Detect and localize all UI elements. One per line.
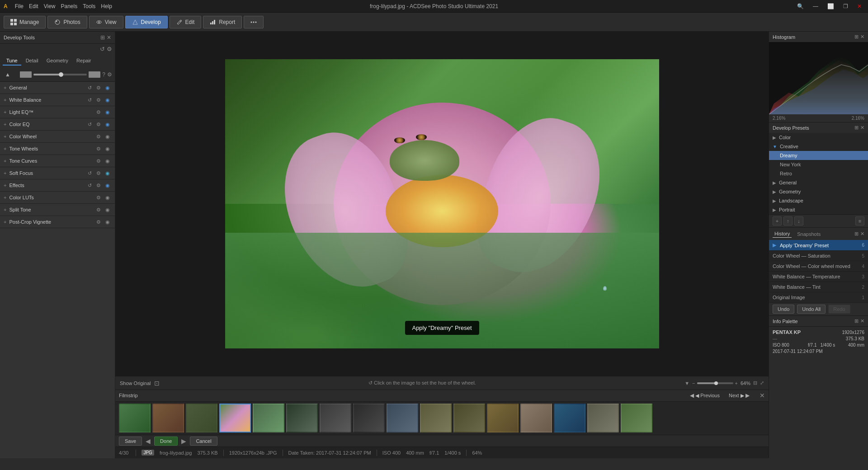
edit-button[interactable]: Edit	[170, 16, 202, 28]
maximize-btn[interactable]: ⬜	[825, 2, 837, 10]
gear-icon[interactable]: ⚙	[95, 84, 102, 91]
toggle-icon[interactable]: ◉	[104, 182, 111, 189]
toggle-icon[interactable]: ◉	[104, 206, 111, 213]
manage-button[interactable]: Manage	[4, 16, 46, 28]
done-button[interactable]: Done	[154, 437, 178, 446]
close-btn[interactable]: ✕	[854, 2, 864, 10]
gear-icon[interactable]: ⚙	[95, 121, 102, 128]
toggle-icon[interactable]: ◉	[104, 96, 111, 103]
gear-icon[interactable]: ⚙	[95, 133, 102, 140]
toggle-icon[interactable]: ◉	[104, 157, 111, 164]
history-item-6[interactable]: Original Image 1	[769, 292, 868, 303]
film-thumb-16[interactable]	[621, 404, 652, 432]
tab-snapshots[interactable]: Snapshots	[795, 230, 822, 238]
film-thumb-12[interactable]	[487, 404, 519, 432]
zoom-thumb[interactable]	[714, 381, 718, 385]
section-soft-focus-header[interactable]: + Soft Focus ↺ ⚙ ◉	[0, 167, 115, 179]
triangle-icon[interactable]: ▲	[3, 70, 13, 80]
brush-slider[interactable]	[33, 74, 87, 75]
prev-btn[interactable]: ◀ ◀ Previous	[687, 391, 722, 400]
tab-repair[interactable]: Repair	[73, 56, 94, 66]
menu-file[interactable]: File	[15, 3, 24, 9]
section-pcv-header[interactable]: + Post-Crop Vignette ⚙ ◉	[0, 216, 115, 228]
pin-info-btn[interactable]: ⊞	[854, 318, 859, 324]
film-thumb-8[interactable]	[353, 404, 385, 432]
view-button[interactable]: View	[89, 16, 123, 28]
gear-icon[interactable]: ⚙	[95, 169, 102, 177]
film-thumb-10[interactable]	[420, 404, 452, 432]
menu-edit[interactable]: Edit	[29, 3, 38, 9]
cancel-button[interactable]: Cancel	[190, 437, 217, 446]
history-item-1[interactable]: ▶ Apply 'Dreamy' Preset 6	[769, 240, 868, 251]
gear-icon[interactable]: ⚙	[95, 182, 102, 189]
preset-item-retro[interactable]: Retro	[769, 169, 868, 178]
section-tone-curves-header[interactable]: + Tone Curves ⚙ ◉	[0, 155, 115, 167]
history-item-4[interactable]: White Balance — Temperature 3	[769, 272, 868, 282]
save-button[interactable]: Save	[119, 437, 142, 446]
gear-icon[interactable]: ⚙	[95, 145, 102, 152]
next-btn[interactable]: Next ▶ ▶	[726, 391, 752, 400]
main-image[interactable]: Apply "Dreamy" Preset	[225, 59, 659, 348]
reset-icon[interactable]: ↺	[86, 96, 93, 103]
preset-group-portrait-header[interactable]: ▶ Portrait	[769, 205, 868, 214]
list-view-btn[interactable]: ≡	[855, 216, 864, 226]
show-original-btn[interactable]: Show Original	[120, 381, 151, 386]
section-tone-wheels-header[interactable]: + Tone Wheels ⚙ ◉	[0, 143, 115, 155]
gear-icon[interactable]: ⚙	[95, 96, 102, 103]
refresh-icon[interactable]: ↺	[100, 46, 105, 52]
toggle-icon[interactable]: ◉	[104, 145, 111, 152]
report-button[interactable]: Report	[203, 16, 242, 28]
undo-button[interactable]: Undo	[773, 305, 794, 314]
fullscreen-btn[interactable]: ⤢	[760, 380, 764, 386]
toggle-icon[interactable]: ◉	[104, 218, 111, 226]
menu-help[interactable]: Help	[101, 3, 112, 9]
reset-icon[interactable]: ↺	[86, 84, 93, 91]
film-thumb-7[interactable]	[320, 404, 351, 432]
toggle-icon[interactable]: ◉	[104, 194, 111, 201]
section-light-eq-header[interactable]: + Light EQ™ ⚙ ◉	[0, 106, 115, 118]
gear-icon[interactable]: ⚙	[95, 218, 102, 226]
toggle-icon[interactable]: ◉	[104, 121, 111, 128]
preset-group-creative-header[interactable]: ▼ Creative	[769, 142, 868, 151]
preset-group-geometry-header[interactable]: ▶ Geometry	[769, 187, 868, 196]
reset-icon[interactable]: ↺	[86, 182, 93, 189]
minimize-btn[interactable]: —	[810, 2, 821, 10]
preset-group-color-header[interactable]: ▶ Color	[769, 133, 868, 142]
toggle-icon[interactable]: ◉	[104, 133, 111, 140]
film-thumb-5[interactable]	[253, 404, 284, 432]
close-panel-icon[interactable]: ✕	[107, 34, 111, 41]
film-thumb-13[interactable]	[520, 404, 552, 432]
section-general-header[interactable]: + General ↺ ⚙ ◉	[0, 82, 115, 94]
gear-icon[interactable]: ⚙	[95, 206, 102, 213]
preset-group-landscape-header[interactable]: ▶ Landscape	[769, 196, 868, 205]
search-icon[interactable]: 🔍	[794, 2, 807, 10]
fit-btn[interactable]: ⊟	[753, 380, 757, 386]
film-thumb-15[interactable]	[587, 404, 619, 432]
zoom-slider[interactable]	[697, 382, 733, 384]
section-color-luts-header[interactable]: + Color LUTs ⚙ ◉	[0, 192, 115, 203]
toggle-icon[interactable]: ◉	[104, 169, 111, 177]
pin-presets-btn[interactable]: ⊞	[854, 125, 859, 131]
zoom-plus-icon[interactable]: +	[735, 381, 738, 386]
toggle-icon[interactable]: ◉	[104, 84, 111, 91]
more-button[interactable]	[244, 16, 264, 28]
brush-size2-indicator[interactable]	[89, 71, 100, 78]
close-presets-btn[interactable]: ✕	[860, 125, 864, 131]
settings2-icon[interactable]: ⚙	[107, 71, 112, 78]
section-color-eq-header[interactable]: + Color EQ ↺ ⚙ ◉	[0, 118, 115, 130]
zoom-slider-area[interactable]: − +	[692, 381, 738, 386]
fit-icon[interactable]: ⊡	[154, 380, 160, 387]
menu-panels[interactable]: Panels	[61, 3, 78, 9]
settings-icon[interactable]: ⚙	[107, 46, 112, 52]
zoom-minus-icon[interactable]: −	[692, 381, 695, 386]
tab-history[interactable]: History	[773, 230, 792, 238]
image-area[interactable]: Apply "Dreamy" Preset	[115, 32, 769, 376]
preset-item-newyork[interactable]: New York	[769, 160, 868, 169]
redo-button[interactable]: Redo	[828, 305, 850, 314]
gear-icon[interactable]: ⚙	[95, 194, 102, 201]
preset-item-dreamy[interactable]: Dreamy	[769, 151, 868, 160]
pin-icon[interactable]: ⊞	[100, 34, 105, 41]
film-thumb-4[interactable]	[219, 404, 251, 432]
section-color-wheel-header[interactable]: + Color Wheel ⚙ ◉	[0, 131, 115, 142]
zoom-down-icon[interactable]: ▼	[684, 381, 689, 386]
